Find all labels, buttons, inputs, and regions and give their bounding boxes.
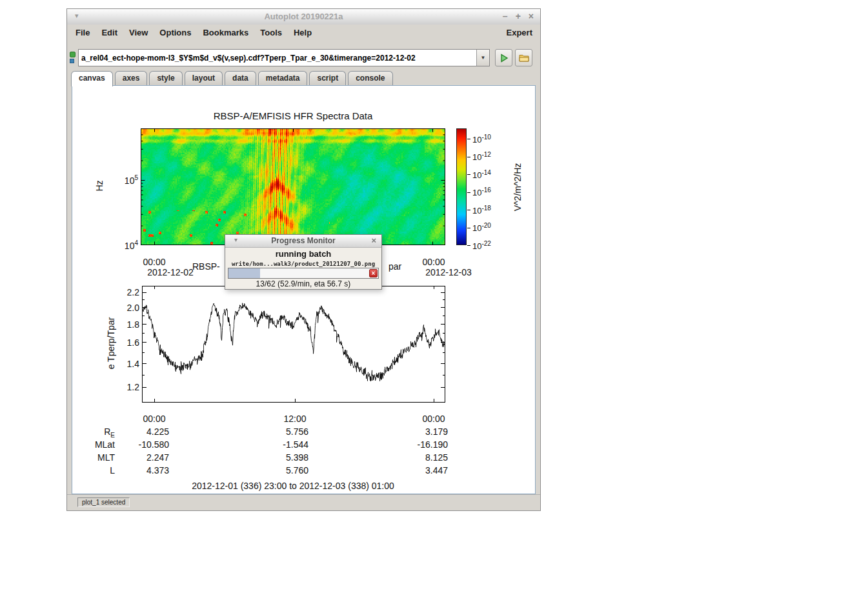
tperp-title-fragment-right: par [389,261,401,272]
expert-mode-label[interactable]: Expert [507,28,540,37]
colorbar-tick-mark [467,174,470,175]
lineplot-ytick: 1.2 [111,382,139,392]
colorbar-tick-mark [467,157,470,157]
colorbar-tick-mark [467,192,470,193]
colorbar-axis-label: V^2/m^2/Hz [512,155,523,219]
colorbar [456,128,467,245]
time-range-footer: 2012-12-01 (336) 23:00 to 2012-12-03 (33… [141,481,445,491]
maximize-button[interactable]: + [516,10,521,22]
spectra-plot-title: RBSP-A/EMFISIS HFR Spectra Data [141,110,445,121]
progress-stats-text: 13/62 (52.9/min, eta 56.7 s) [225,279,381,288]
window-title: Autoplot 20190221a [67,12,540,21]
tab-style[interactable]: style [149,71,182,85]
lineplot-ytick: 1.6 [111,337,139,348]
green-plus-icon [70,52,76,57]
status-message: plot_1 selected [77,497,130,507]
menu-item-edit[interactable]: Edit [96,26,123,39]
lineplot-ytick: 2.2 [111,287,139,297]
chevron-down-icon: ▼ [481,55,486,61]
minimize-button[interactable]: – [503,10,508,22]
tperp-title-fragment-left: RBSP- [192,261,220,272]
colorbar-tick-mark [467,228,470,228]
spectrogram-xtick-time: 00:00 [414,257,453,267]
spectrogram-xtick-date: 2012-12-03 [416,267,481,277]
uri-dropdown-button[interactable]: ▼ [476,50,489,66]
dialog-titlebar[interactable]: ▾ Progress Monitor × [225,235,381,248]
lineplot-xtick: 00:00 [414,414,453,424]
colorbar-tick-mark [467,139,470,139]
plot-go-button[interactable] [495,49,512,66]
spectrogram-ytick: 104 [110,239,138,251]
progress-bar-fill [228,268,260,278]
window-titlebar[interactable]: ▾ Autoplot 20190221a – + × [67,9,540,25]
plot-canvas-panel: RBSP-A/EMFISIS HFR Spectra Data Hz 105 1… [72,85,536,494]
colorbar-tick-label: 10-12 [472,151,512,162]
colorbar-tick-label: 10-14 [472,169,512,180]
tab-axes[interactable]: axes [115,71,148,85]
lineplot-xtick: 00:00 [135,414,174,424]
tab-layout[interactable]: layout [185,71,223,85]
tab-canvas[interactable]: canvas [71,71,113,86]
dialog-title: Progress Monitor [225,236,381,245]
colorbar-tick-label: 10-18 [472,205,512,215]
play-icon [500,54,509,63]
datasource-type-icon [70,59,74,63]
open-file-button[interactable] [515,49,532,66]
menu-item-help[interactable]: Help [288,26,318,39]
statusbar: plot_1 selected [67,494,540,510]
menu-item-view[interactable]: View [123,26,154,39]
spectrogram-ytick: 105 [110,174,138,186]
cancel-button[interactable]: × [369,269,378,277]
autoplot-window: ▾ Autoplot 20190221a – + × File Edit Vie… [66,8,541,511]
menu-item-file[interactable]: File [70,26,96,39]
colorbar-tick-label: 10-22 [472,240,512,251]
folder-icon [519,54,529,62]
progress-monitor-dialog: ▾ Progress Monitor × running batch write… [225,234,382,290]
uri-input[interactable] [79,50,476,66]
colorbar-tick-label: 10-16 [472,186,512,197]
datasource-indicator-icons [70,52,77,63]
lineplot-ytick: 1.4 [111,359,139,369]
spectrogram-xtick-time: 00:00 [135,257,174,267]
line-plot-canvas[interactable] [142,286,445,403]
tab-metadata[interactable]: metadata [258,71,308,85]
colorbar-tick-mark [467,245,470,246]
menubar: File Edit View Options Bookmarks Tools H… [67,25,540,41]
tab-bar: canvas axes style layout data metadata s… [71,71,536,85]
lineplot-xtick: 12:00 [276,414,314,424]
lineplot-ytick: 1.8 [111,319,139,330]
spectrogram-canvas[interactable] [141,128,445,245]
menu-item-bookmarks[interactable]: Bookmarks [197,26,254,39]
colorbar-tick-label: 10-20 [472,222,512,233]
tab-data[interactable]: data [225,71,256,85]
progress-detail-text: write/hom...walk3/product_20121207_00.pn… [225,261,381,267]
lineplot-ytick: 2.0 [111,303,139,313]
progress-status-text: running batch [225,249,381,259]
colorbar-tick-label: 10-10 [472,134,512,145]
menu-item-options[interactable]: Options [154,26,197,39]
dialog-close-icon[interactable]: × [371,235,376,245]
menu-item-tools[interactable]: Tools [254,26,288,39]
progress-bar: × [228,268,379,279]
close-button[interactable]: × [529,10,534,22]
tab-script[interactable]: script [309,71,346,85]
tab-console[interactable]: console [348,71,392,85]
colorbar-tick-mark [467,210,470,210]
address-combobox: ▼ [78,49,490,66]
spectrogram-y-axis-label: Hz [94,166,105,205]
